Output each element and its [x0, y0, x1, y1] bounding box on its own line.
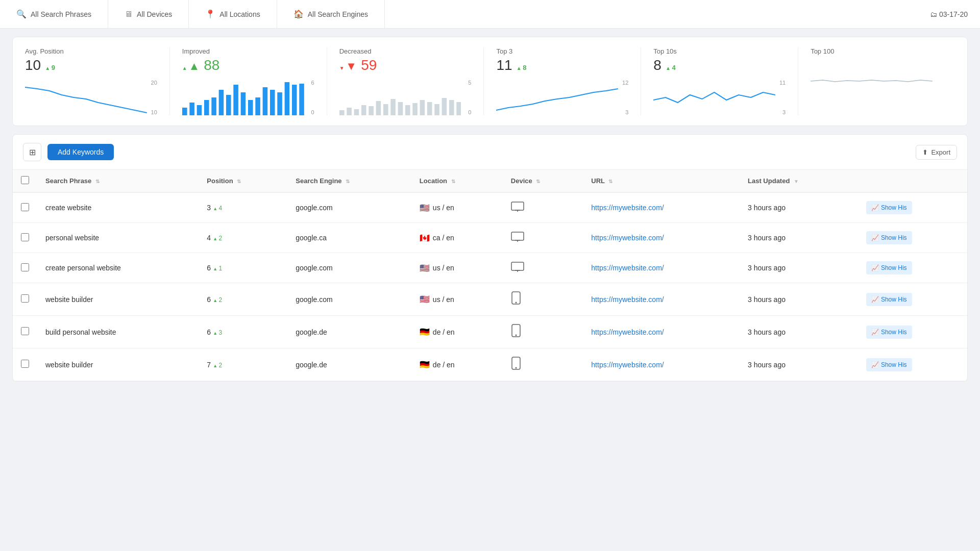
date-display: 🗂 03-17-20 [914, 10, 968, 18]
devices-filter[interactable]: 🖥 All Devices [108, 0, 189, 28]
row-device-4 [503, 316, 583, 348]
th-location[interactable]: Location ⇅ [411, 170, 503, 192]
top-navigation: 🔍 All Search Phrases 🖥 All Devices 📍 All… [0, 0, 980, 29]
url-link-0[interactable]: https://mywebsite.com/ [591, 204, 664, 212]
stat-top3: Top 3 11 8 12 3 [484, 47, 641, 115]
svg-rect-4 [211, 97, 216, 115]
row-location-4: 🇩🇪 de / en [411, 316, 503, 348]
url-link-5[interactable]: https://mywebsite.com/ [591, 361, 664, 369]
svg-rect-28 [420, 100, 425, 115]
stat-change-improved-prefix: ▲ [182, 60, 200, 73]
search-icon: 🔍 [16, 9, 27, 19]
stat-change-avg-position: 9 [45, 64, 55, 71]
url-link-4[interactable]: https://mywebsite.com/ [591, 328, 664, 336]
location-text-3: us / en [433, 295, 454, 304]
row-checkbox-4[interactable] [13, 316, 37, 348]
stat-value-avg-position: 10 [25, 57, 41, 73]
row-position-1: 42 [199, 223, 287, 253]
location-text-4: de / en [433, 328, 455, 336]
row-checkbox-5[interactable] [13, 348, 37, 381]
url-link-3[interactable]: https://mywebsite.com/ [591, 295, 664, 304]
row-url-1[interactable]: https://mywebsite.com/ [583, 223, 740, 253]
svg-rect-31 [442, 98, 447, 115]
svg-rect-37 [511, 232, 524, 240]
export-button[interactable]: ⬆ Export [916, 145, 957, 160]
svg-rect-29 [427, 102, 432, 115]
row-checkbox-2[interactable] [13, 253, 37, 283]
row-checkbox-1[interactable] [13, 223, 37, 253]
sort-icon-url: ⇅ [608, 179, 612, 184]
search-phrases-filter[interactable]: 🔍 All Search Phrases [12, 0, 108, 28]
svg-rect-11 [262, 87, 267, 115]
search-engines-filter[interactable]: 🏠 All Search Engines [277, 0, 385, 28]
device-icon-2 [511, 264, 524, 274]
url-link-1[interactable]: https://mywebsite.com/ [591, 234, 664, 242]
row-checkbox-input-0[interactable] [21, 203, 29, 211]
row-actions-5: 📈 Show His [858, 348, 967, 381]
row-url-2[interactable]: https://mywebsite.com/ [583, 253, 740, 283]
row-search-phrase-0: create website [37, 192, 199, 223]
svg-rect-10 [255, 97, 260, 115]
locations-label: All Locations [219, 10, 260, 18]
select-all-checkbox[interactable] [21, 176, 29, 184]
th-url[interactable]: URL ⇅ [583, 170, 740, 192]
svg-point-48 [515, 367, 517, 369]
show-history-button-1[interactable]: 📈 Show His [866, 231, 912, 244]
stat-improved: Improved ▲ 88 6 [170, 47, 327, 115]
row-checkbox-input-5[interactable] [21, 360, 29, 368]
svg-rect-23 [383, 104, 388, 115]
svg-rect-7 [233, 85, 238, 115]
show-history-button-4[interactable]: 📈 Show His [866, 325, 912, 339]
chart-icon-0: 📈 [871, 204, 879, 211]
locations-filter[interactable]: 📍 All Locations [189, 0, 277, 28]
add-keywords-button[interactable]: Add Keywords [47, 144, 114, 160]
row-url-4[interactable]: https://mywebsite.com/ [583, 316, 740, 348]
svg-rect-22 [376, 101, 381, 115]
row-url-5[interactable]: https://mywebsite.com/ [583, 348, 740, 381]
svg-rect-30 [434, 104, 439, 115]
search-phrases-label: All Search Phrases [31, 10, 91, 18]
show-history-button-3[interactable]: 📈 Show His [866, 293, 912, 306]
stat-label-decreased: Decreased [339, 47, 372, 55]
show-history-button-5[interactable]: 📈 Show His [866, 358, 912, 371]
row-search-phrase-1: personal website [37, 223, 199, 253]
row-actions-2: 📈 Show His [858, 253, 967, 283]
row-url-3[interactable]: https://mywebsite.com/ [583, 283, 740, 316]
row-checkbox-input-4[interactable] [21, 327, 29, 335]
row-url-0[interactable]: https://mywebsite.com/ [583, 192, 740, 223]
row-checkbox-0[interactable] [13, 192, 37, 223]
svg-rect-8 [240, 92, 246, 115]
svg-rect-34 [511, 202, 524, 210]
stat-change-top3: 8 [517, 64, 527, 71]
svg-rect-40 [511, 262, 524, 270]
row-checkbox-input-3[interactable] [21, 294, 29, 303]
th-device[interactable]: Device ⇅ [503, 170, 583, 192]
row-checkbox-input-1[interactable] [21, 233, 29, 241]
filter-button[interactable]: ⊞ [23, 143, 41, 161]
row-position-3: 62 [199, 283, 287, 316]
show-history-button-2[interactable]: 📈 Show His [866, 261, 912, 274]
stat-label-top10s: Top 10s [653, 47, 677, 55]
th-search-engine[interactable]: Search Engine ⇅ [287, 170, 411, 192]
row-actions-1: 📈 Show His [858, 223, 967, 253]
show-history-button-0[interactable]: 📈 Show His [866, 201, 912, 214]
th-position[interactable]: Position ⇅ [199, 170, 287, 192]
row-location-0: 🇺🇸 us / en [411, 192, 503, 223]
th-last-updated[interactable]: Last Updated ▼ [740, 170, 858, 192]
row-position-4: 63 [199, 316, 287, 348]
chart-icon-5: 📈 [871, 361, 879, 368]
row-checkbox-3[interactable] [13, 283, 37, 316]
svg-rect-15 [292, 85, 297, 115]
row-device-5 [503, 348, 583, 381]
th-search-phrase[interactable]: Search Phrase ⇅ [37, 170, 199, 192]
svg-rect-1 [189, 103, 194, 115]
chart-top10s: 11 3 [653, 80, 786, 115]
svg-rect-26 [405, 105, 410, 115]
url-link-2[interactable]: https://mywebsite.com/ [591, 264, 664, 272]
th-actions [858, 170, 967, 192]
row-location-1: 🇨🇦 ca / en [411, 223, 503, 253]
row-checkbox-input-2[interactable] [21, 263, 29, 271]
svg-rect-25 [398, 102, 403, 115]
chart-top100 [811, 63, 943, 99]
chart-icon-3: 📈 [871, 296, 879, 303]
